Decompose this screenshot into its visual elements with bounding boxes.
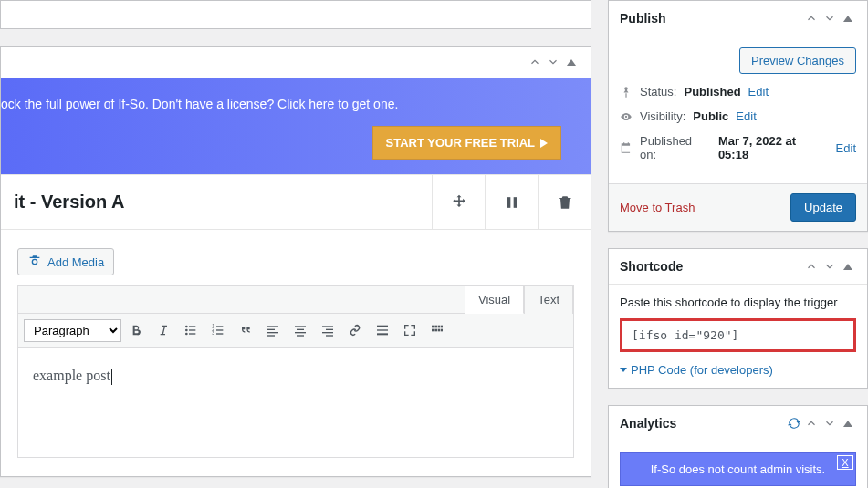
quote-button[interactable] <box>233 317 258 343</box>
promo-banner: ock the full power of If-So. Don't have … <box>1 78 591 174</box>
editor-toolbar: Paragraph 123 <box>18 313 573 348</box>
move-icon[interactable] <box>432 175 485 229</box>
svg-text:3: 3 <box>212 331 214 336</box>
svg-rect-36 <box>441 329 443 332</box>
analytics-alert: If-So does not count admin visits. X <box>620 452 856 486</box>
editor-text: example post <box>33 368 110 383</box>
chevron-down-icon[interactable] <box>821 258 838 275</box>
bold-button[interactable] <box>123 317 149 343</box>
svg-rect-5 <box>189 326 195 327</box>
alert-close-button[interactable]: X <box>837 455 853 470</box>
publish-box: Publish Preview Changes Status: Publishe… <box>608 0 868 232</box>
format-select[interactable]: Paragraph <box>24 319 121 342</box>
italic-button[interactable] <box>151 317 176 343</box>
tab-visual[interactable]: Visual <box>465 286 524 314</box>
svg-rect-28 <box>377 333 388 335</box>
status-row: Status: Published Edit <box>620 85 856 99</box>
svg-rect-1 <box>513 197 516 208</box>
media-icon <box>27 254 42 269</box>
preview-button[interactable]: Preview Changes <box>739 47 856 74</box>
analytics-box: Analytics If-So does not count admin vis… <box>608 405 868 488</box>
shortcode-code[interactable]: [ifso id="920"] <box>620 318 856 352</box>
play-icon <box>540 139 548 148</box>
toolbar-toggle-button[interactable] <box>424 317 450 343</box>
link-button[interactable] <box>342 317 368 343</box>
trash-icon[interactable] <box>538 175 591 229</box>
chevron-up-icon[interactable] <box>803 258 820 275</box>
svg-rect-25 <box>326 335 333 336</box>
svg-rect-20 <box>295 332 306 333</box>
start-trial-label: START YOUR FREE TRIAL <box>386 136 535 150</box>
add-media-label: Add Media <box>47 255 104 269</box>
title-input-box[interactable] <box>0 0 591 29</box>
php-code-toggle[interactable]: PHP Code (for developers) <box>620 363 856 377</box>
refresh-icon[interactable] <box>787 416 801 431</box>
svg-rect-7 <box>189 333 195 334</box>
start-trial-button[interactable]: START YOUR FREE TRIAL <box>372 126 561 160</box>
bullet-list-button[interactable] <box>178 317 204 343</box>
sidebar: Publish Preview Changes Status: Publishe… <box>608 0 868 488</box>
collapse-toggle[interactable] <box>563 54 580 70</box>
collapse-toggle[interactable] <box>840 10 856 26</box>
calendar-icon <box>620 141 633 154</box>
chevron-down-icon[interactable] <box>821 10 838 26</box>
svg-rect-31 <box>438 326 441 328</box>
update-button[interactable]: Update <box>790 193 856 222</box>
svg-rect-17 <box>267 335 275 336</box>
chevron-up-icon[interactable] <box>527 54 543 70</box>
fullscreen-button[interactable] <box>397 317 423 343</box>
visibility-edit[interactable]: Edit <box>736 109 756 123</box>
readmore-button[interactable] <box>370 317 395 343</box>
publish-title: Publish <box>620 11 666 26</box>
svg-point-2 <box>185 326 188 328</box>
php-label: PHP Code (for developers) <box>631 363 773 377</box>
svg-rect-0 <box>507 197 510 208</box>
status-edit[interactable]: Edit <box>748 85 769 99</box>
svg-rect-32 <box>441 326 443 328</box>
pause-icon[interactable] <box>485 175 538 229</box>
svg-rect-18 <box>295 326 306 327</box>
published-label: Published on: <box>640 134 711 161</box>
add-media-button[interactable]: Add Media <box>17 248 114 275</box>
pin-icon <box>620 86 633 99</box>
svg-rect-22 <box>322 326 333 327</box>
svg-rect-12 <box>216 329 223 330</box>
analytics-title: Analytics <box>620 416 676 431</box>
chevron-up-icon[interactable] <box>803 415 820 431</box>
chevron-up-icon[interactable] <box>803 10 820 26</box>
version-row: it - Version A <box>1 174 591 230</box>
published-value: Mar 7, 2022 at 05:18 <box>718 134 829 161</box>
align-center-button[interactable] <box>288 317 313 343</box>
shortcode-instructions: Paste this shortcode to display the trig… <box>620 296 856 309</box>
svg-rect-27 <box>377 329 388 330</box>
svg-rect-26 <box>377 326 388 327</box>
editor-content[interactable]: example post <box>18 348 573 457</box>
number-list-button[interactable]: 123 <box>205 317 231 343</box>
align-right-button[interactable] <box>315 317 340 343</box>
collapse-toggle[interactable] <box>840 258 856 275</box>
chevron-down-icon[interactable] <box>545 54 561 70</box>
status-label: Status: <box>640 85 676 99</box>
svg-rect-13 <box>216 333 223 334</box>
visibility-value: Public <box>693 109 728 123</box>
svg-rect-21 <box>297 335 304 336</box>
published-row: Published on: Mar 7, 2022 at 05:18 Edit <box>620 134 856 161</box>
shortcode-box: Shortcode Paste this shortcode to displa… <box>608 248 868 389</box>
chevron-down-icon[interactable] <box>821 415 838 431</box>
shortcode-title: Shortcode <box>620 259 683 274</box>
svg-rect-30 <box>434 326 437 328</box>
editor-box: Visual Text Paragraph 123 <box>17 285 574 458</box>
move-to-trash[interactable]: Move to Trash <box>620 201 695 214</box>
collapse-toggle[interactable] <box>840 415 856 431</box>
visibility-label: Visibility: <box>640 109 685 123</box>
svg-rect-19 <box>297 329 304 330</box>
align-left-button[interactable] <box>260 317 286 343</box>
svg-rect-11 <box>216 326 223 327</box>
svg-rect-15 <box>267 329 275 330</box>
svg-rect-29 <box>432 326 434 328</box>
svg-point-3 <box>185 329 188 332</box>
svg-rect-6 <box>189 329 195 330</box>
published-edit[interactable]: Edit <box>836 141 856 155</box>
main-panel: ock the full power of If-So. Don't have … <box>0 46 591 477</box>
tab-text[interactable]: Text <box>524 286 573 314</box>
